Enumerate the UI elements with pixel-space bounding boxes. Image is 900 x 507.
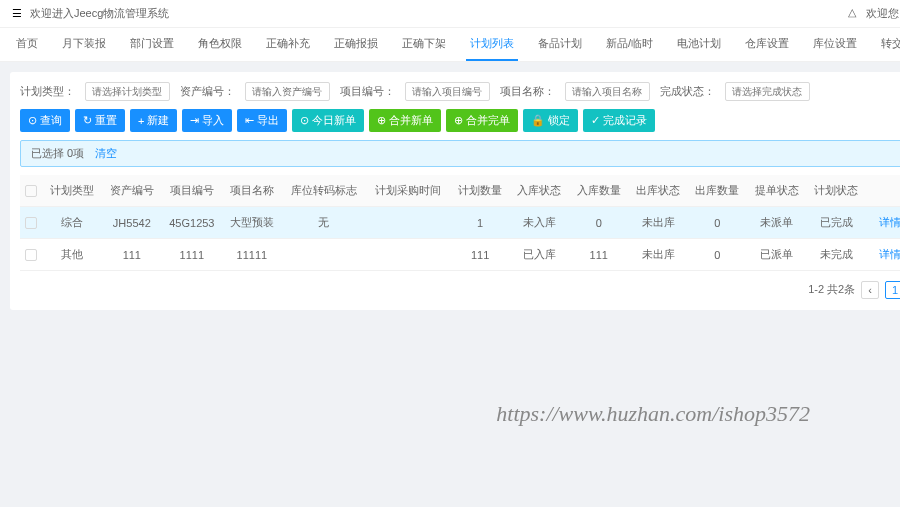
cell-qty: 111 [450, 239, 509, 271]
clear-selection-link[interactable]: 清空 [95, 147, 117, 159]
tab-8[interactable]: 备品计划 [534, 28, 586, 61]
col-header-1: 计划类型 [43, 175, 102, 207]
tab-13[interactable]: 转交记录 [877, 28, 900, 61]
col-header-9: 入库数量 [569, 175, 628, 207]
filter-type-label: 计划类型： [20, 84, 75, 99]
merge-icon: ⊕ [454, 114, 463, 127]
cell-bill: 未派单 [747, 207, 806, 239]
col-header-10: 出库状态 [628, 175, 687, 207]
tab-5[interactable]: 正确报损 [330, 28, 382, 61]
reset-button[interactable]: ↻重置 [75, 109, 125, 132]
cell-actions: 详情编辑计划状态 [866, 239, 900, 271]
cell-proj: 1111 [161, 239, 222, 271]
page-info: 1-2 共2条 [808, 282, 855, 297]
col-header-2: 资产编号 [102, 175, 161, 207]
tab-6[interactable]: 正确下架 [398, 28, 450, 61]
cell-qty: 1 [450, 207, 509, 239]
cell-loc: 无 [282, 207, 366, 239]
reset-icon: ↻ [83, 114, 92, 127]
add-button[interactable]: +新建 [130, 109, 177, 132]
filter-pname-label: 项目名称： [500, 84, 555, 99]
table-row: 综合JH554245G1253大型预装无1未入库0未出库0未派单已完成详情编辑计… [20, 207, 900, 239]
today-button[interactable]: ⊙今日新单 [292, 109, 364, 132]
pagination: 1-2 共2条 ‹ 1 › 10 条/页 [20, 279, 900, 300]
col-header-8: 入库状态 [510, 175, 569, 207]
col-header-13: 计划状态 [806, 175, 865, 207]
tab-3[interactable]: 角色权限 [194, 28, 246, 61]
col-header-6: 计划采购时间 [366, 175, 450, 207]
lock-icon: 🔒 [531, 114, 545, 127]
export-button[interactable]: ⇤导出 [237, 109, 287, 132]
merge-done-button[interactable]: ⊕合并完单 [446, 109, 518, 132]
prev-page[interactable]: ‹ [861, 281, 879, 299]
tab-12[interactable]: 库位设置 [809, 28, 861, 61]
lock-button[interactable]: 🔒锁定 [523, 109, 578, 132]
cell-outqty: 0 [688, 239, 747, 271]
detail-link[interactable]: 详情 [879, 216, 900, 228]
cell-proj: 45G1253 [161, 207, 222, 239]
cell-instatus: 已入库 [510, 239, 569, 271]
main: ☰ 欢迎进入Jeecg物流管理系统 △ 欢迎您，管理员 退出登录 首页月下装报部… [0, 0, 900, 507]
cell-type: 综合 [43, 207, 102, 239]
cell-asset: 111 [102, 239, 161, 271]
tab-10[interactable]: 电池计划 [673, 28, 725, 61]
cell-date [366, 207, 450, 239]
checkbox-all[interactable] [25, 185, 37, 197]
check-icon: ✓ [591, 114, 600, 127]
plus-icon: + [138, 115, 144, 127]
row-checkbox[interactable] [25, 217, 37, 229]
row-checkbox[interactable] [25, 249, 37, 261]
search-icon: ⊙ [28, 114, 37, 127]
cell-pname: 11111 [222, 239, 281, 271]
cell-inqty: 111 [569, 239, 628, 271]
col-header-3: 项目编号 [161, 175, 222, 207]
notification-icon[interactable]: △ [848, 6, 856, 21]
filter-proj-input[interactable] [405, 82, 490, 101]
action-bar: ⊙查询 ↻重置 +新建 ⇥导入 ⇤导出 ⊙今日新单 ⊕合并新单 ⊕合并完单 🔒锁… [20, 109, 900, 132]
cell-outstatus: 未出库 [628, 239, 687, 271]
merge-new-button[interactable]: ⊕合并新单 [369, 109, 441, 132]
filter-status-label: 完成状态： [660, 84, 715, 99]
collapse-icon[interactable]: ☰ [12, 7, 22, 20]
col-header-14: 操作 [866, 175, 900, 207]
col-header-12: 提单状态 [747, 175, 806, 207]
selection-bar: 已选择 0项 清空 [20, 140, 900, 167]
clock-icon: ⊙ [300, 114, 309, 127]
tab-9[interactable]: 新品/临时 [602, 28, 657, 61]
filter-pname-input[interactable] [565, 82, 650, 101]
cell-inqty: 0 [569, 207, 628, 239]
selection-text: 已选择 0项 [31, 147, 84, 159]
export-icon: ⇤ [245, 114, 254, 127]
filter-status-select[interactable] [725, 82, 810, 101]
merge-icon: ⊕ [377, 114, 386, 127]
tab-1[interactable]: 月下装报 [58, 28, 110, 61]
import-button[interactable]: ⇥导入 [182, 109, 232, 132]
cell-instatus: 未入库 [510, 207, 569, 239]
filter-asset-input[interactable] [245, 82, 330, 101]
tab-4[interactable]: 正确补充 [262, 28, 314, 61]
tab-11[interactable]: 仓库设置 [741, 28, 793, 61]
filter-proj-label: 项目编号： [340, 84, 395, 99]
done-button[interactable]: ✓完成记录 [583, 109, 655, 132]
cell-loc [282, 239, 366, 271]
cell-type: 其他 [43, 239, 102, 271]
filter-bar: 计划类型： 资产编号： 项目编号： 项目名称： 完成状态： [20, 82, 900, 101]
page-number[interactable]: 1 [885, 281, 900, 299]
user-greeting: 欢迎您，管理员 [866, 6, 900, 21]
col-header-7: 计划数量 [450, 175, 509, 207]
tab-2[interactable]: 部门设置 [126, 28, 178, 61]
col-header-4: 项目名称 [222, 175, 281, 207]
tabs-bar: 首页月下装报部门设置角色权限正确补充正确报损正确下架计划列表备品计划新品/临时电… [0, 28, 900, 62]
tab-0[interactable]: 首页 [12, 28, 42, 61]
tab-7[interactable]: 计划列表 [466, 28, 518, 61]
cell-date [366, 239, 450, 271]
col-header-0 [20, 175, 43, 207]
cell-pname: 大型预装 [222, 207, 281, 239]
detail-link[interactable]: 详情 [879, 248, 900, 260]
filter-type-select[interactable] [85, 82, 170, 101]
data-table: 计划类型资产编号项目编号项目名称库位转码标志计划采购时间计划数量入库状态入库数量… [20, 175, 900, 271]
cell-outstatus: 未出库 [628, 207, 687, 239]
search-button[interactable]: ⊙查询 [20, 109, 70, 132]
cell-plan: 未完成 [806, 239, 865, 271]
cell-plan: 已完成 [806, 207, 865, 239]
